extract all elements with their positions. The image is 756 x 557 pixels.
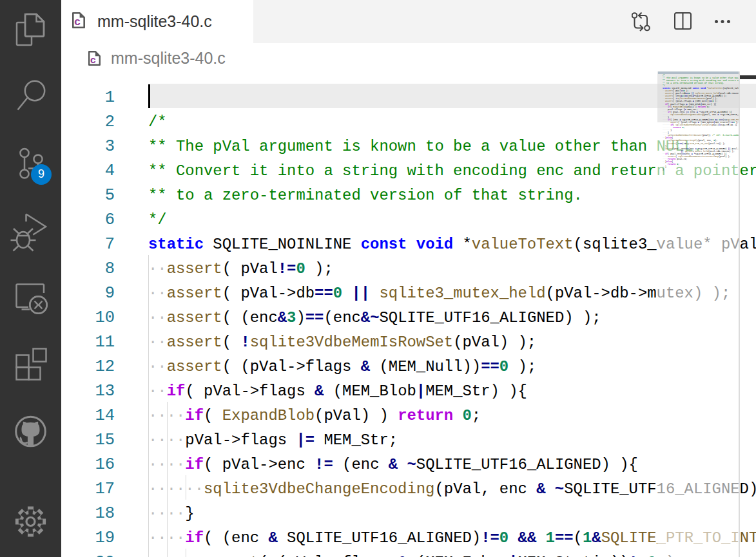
svg-text:c: c xyxy=(74,15,80,28)
svg-text:c: c xyxy=(90,54,96,65)
